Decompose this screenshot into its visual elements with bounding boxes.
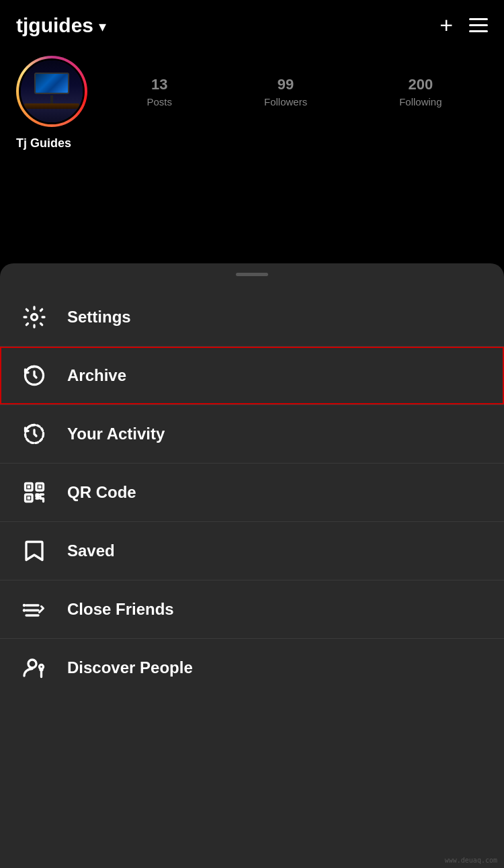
menu-item-settings[interactable]: Settings <box>0 288 504 347</box>
svg-point-0 <box>32 314 38 320</box>
hamburger-line-1 <box>469 18 488 20</box>
saved-label: Saved <box>67 541 115 560</box>
stat-following[interactable]: 200 Following <box>399 76 442 107</box>
followers-count: 99 <box>278 76 294 93</box>
chevron-down-icon: ▾ <box>99 18 106 36</box>
saved-icon <box>20 537 48 565</box>
menu-item-saved[interactable]: Saved <box>0 522 504 580</box>
menu-item-discover[interactable]: Discover People <box>0 639 504 697</box>
avatar[interactable] <box>16 56 87 127</box>
archive-label: Archive <box>67 366 126 385</box>
qr-label: QR Code <box>67 483 136 502</box>
watermark: www.deuaq.com <box>445 857 497 864</box>
svg-rect-8 <box>28 496 31 500</box>
app-header: tjguides ▾ + <box>0 0 504 45</box>
menu-list: Settings Archive <box>0 281 504 703</box>
avatar-inner <box>19 58 85 124</box>
posts-label: Posts <box>146 96 172 107</box>
following-count: 200 <box>408 76 433 93</box>
username-row[interactable]: tjguides ▾ <box>16 14 106 37</box>
profile-section: 13 Posts 99 Followers 200 Following Tj G… <box>0 45 504 164</box>
sheet-handle <box>0 263 504 281</box>
discover-icon <box>20 654 48 682</box>
monitor-decoration <box>34 73 69 94</box>
svg-rect-6 <box>28 486 31 489</box>
stat-posts[interactable]: 13 Posts <box>146 76 172 107</box>
activity-icon <box>20 420 48 448</box>
close-friends-label: Close Friends <box>67 600 174 619</box>
stat-followers[interactable]: 99 Followers <box>264 76 307 107</box>
settings-label: Settings <box>67 308 131 327</box>
header-actions: + <box>439 12 488 38</box>
following-label: Following <box>399 96 442 107</box>
svg-point-14 <box>28 660 36 668</box>
profile-image <box>21 60 83 122</box>
profile-top: 13 Posts 99 Followers 200 Following <box>16 56 488 127</box>
hamburger-line-2 <box>469 24 488 26</box>
avatar-ring <box>16 56 87 127</box>
archive-icon <box>20 361 48 390</box>
menu-item-archive[interactable]: Archive <box>0 347 504 405</box>
activity-label: Your Activity <box>67 425 165 443</box>
followers-label: Followers <box>264 96 307 107</box>
hamburger-line-3 <box>469 30 488 32</box>
svg-rect-7 <box>38 486 42 489</box>
bottom-sheet: Settings Archive <box>0 263 504 868</box>
posts-count: 13 <box>151 76 167 93</box>
username: tjguides <box>16 14 93 37</box>
svg-point-15 <box>40 665 44 669</box>
menu-item-close-friends[interactable]: Close Friends <box>0 580 504 639</box>
qr-icon <box>20 478 48 507</box>
svg-point-12 <box>23 604 26 607</box>
svg-point-13 <box>23 609 26 612</box>
stats-row: 13 Posts 99 Followers 200 Following <box>101 76 488 107</box>
menu-button[interactable] <box>469 18 488 32</box>
close-friends-icon <box>20 595 48 623</box>
discover-label: Discover People <box>67 658 193 677</box>
settings-icon <box>20 303 48 331</box>
menu-item-activity[interactable]: Your Activity <box>0 405 504 464</box>
new-post-button[interactable]: + <box>439 12 453 38</box>
drag-handle <box>236 273 268 276</box>
profile-name: Tj Guides <box>16 136 488 150</box>
menu-item-qr[interactable]: QR Code <box>0 464 504 522</box>
